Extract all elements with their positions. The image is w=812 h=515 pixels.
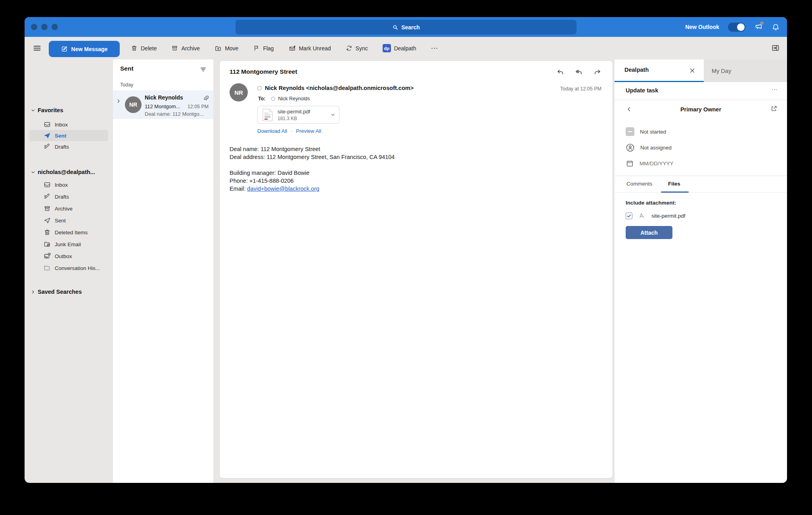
reading-pane-toggle-icon[interactable]	[771, 44, 780, 52]
move-button[interactable]: Move	[214, 45, 238, 52]
sidebar-item-drafts[interactable]: Drafts	[25, 141, 113, 152]
filter-icon[interactable]	[199, 65, 207, 73]
sidebar-item-label: Inbox	[55, 122, 68, 128]
message-preview: Deal name: 112 Montgo...	[145, 111, 209, 117]
sidebar-item-junk[interactable]: Junk Email	[25, 239, 113, 250]
email-address-link[interactable]: david+bowie@blackrock.org	[247, 186, 319, 192]
dealpath-panel: My Day Dealpath Update task ⋯ Primary Ow…	[615, 59, 787, 483]
paperclip-icon	[202, 95, 209, 101]
chevron-down-icon	[31, 170, 36, 175]
inbox-icon	[44, 181, 51, 188]
search-placeholder: Search	[401, 24, 420, 31]
chevron-down-icon[interactable]	[330, 112, 335, 117]
email-from-row[interactable]: Nick Reynolds <nicholas@dealpath.onmicro…	[257, 85, 414, 91]
sidebar-item-label: Inbox	[55, 182, 68, 188]
send-icon	[44, 132, 51, 139]
tab-comments[interactable]: Comments	[626, 181, 652, 187]
close-window-button[interactable]	[31, 24, 37, 30]
titlebar-right-controls: New Outlook	[685, 17, 780, 37]
attachment-file-name: site-permit.pdf	[651, 213, 686, 219]
message-list-item[interactable]: NR Nick Reynolds 112 Montgom... 12:05 PM…	[113, 90, 213, 119]
reply-icon[interactable]	[556, 68, 564, 76]
sidebar-item-inbox[interactable]: Inbox	[25, 179, 113, 190]
archive-button[interactable]: Archive	[171, 45, 200, 52]
saved-searches-header[interactable]: Saved Searches	[25, 286, 113, 297]
sync-button[interactable]: Sync	[346, 45, 368, 52]
folder-icon	[44, 264, 51, 272]
avatar: NR	[125, 96, 142, 113]
toolbar-more-button[interactable]: ⋯	[431, 44, 438, 52]
outlook-window: Search New Outlook New Message	[25, 17, 787, 483]
more-icon: ⋯	[431, 44, 438, 52]
drafts-pencil-icon	[44, 143, 51, 150]
sidebar-item-outbox[interactable]: Outbox	[25, 251, 113, 262]
chevron-right-icon	[31, 289, 36, 295]
sidebar-item-sent[interactable]: Sent	[25, 130, 113, 141]
sidebar-item-archive[interactable]: Archive	[25, 203, 113, 214]
sidebar-item-conversation-history[interactable]: Conversation His...	[25, 262, 113, 274]
task-due-date: MM/DD/YYYY	[640, 161, 674, 167]
forward-icon[interactable]	[594, 68, 601, 76]
delete-label: Delete	[141, 45, 157, 52]
flag-button[interactable]: Flag	[253, 45, 274, 52]
task-due-date-row[interactable]: MM/DD/YYYY	[626, 159, 674, 168]
reply-all-icon[interactable]	[575, 68, 583, 76]
sidebar-item-drafts[interactable]: Drafts	[25, 191, 113, 202]
new-message-label: New Message	[71, 46, 108, 52]
email-subject: 112 Montgomery Street	[230, 68, 297, 75]
hamburger-menu-icon[interactable]	[33, 44, 42, 53]
announcements-icon[interactable]	[754, 23, 763, 31]
comments-files-tabs: Comments Files	[615, 176, 787, 193]
email-label: Email:	[230, 186, 245, 192]
include-attachment-label: Include attachment:	[626, 200, 676, 206]
account-header[interactable]: nicholas@dealpath...	[25, 167, 113, 178]
expand-chevron-icon[interactable]	[116, 98, 121, 104]
open-external-icon[interactable]	[770, 105, 778, 112]
sidebar-item-sent[interactable]: Sent	[25, 215, 113, 226]
close-icon[interactable]	[689, 67, 695, 74]
favorites-header[interactable]: Favorites	[25, 105, 113, 116]
include-file-checkbox[interactable]	[626, 213, 632, 219]
preview-all-link[interactable]: Preview All	[296, 128, 322, 134]
email-body: Deal name: 112 Montgomery Street Deal ad…	[230, 145, 395, 193]
attachment-chip[interactable]: site-permit.pdf 181.3 KB	[257, 106, 339, 124]
sidebar-item-label: Outbox	[55, 253, 72, 259]
pdf-thumbnail-icon	[262, 109, 273, 121]
delete-button[interactable]: Delete	[131, 45, 157, 52]
notifications-bell-icon[interactable]	[772, 23, 780, 31]
sync-label: Sync	[356, 45, 368, 52]
to-recipient[interactable]: Nick Reynolds	[278, 96, 310, 101]
tab-my-day[interactable]: My Day	[704, 59, 787, 82]
tab-files[interactable]: Files	[668, 181, 680, 187]
sidebar-item-inbox[interactable]: Inbox	[25, 119, 113, 130]
panel-more-icon[interactable]: ⋯	[772, 86, 778, 93]
favorites-header-label: Favorites	[38, 107, 63, 113]
task-status-row[interactable]: Not started	[626, 127, 666, 136]
search-input[interactable]: Search	[236, 20, 576, 34]
attachment-file-row: site-permit.pdf	[626, 212, 686, 219]
mark-unread-button[interactable]: Mark Unread	[289, 45, 331, 52]
move-label: Move	[225, 45, 238, 52]
attach-button[interactable]: Attach	[626, 226, 672, 239]
window-controls	[31, 24, 58, 30]
sidebar-item-label: Archive	[55, 206, 73, 212]
dealpath-addin-button[interactable]: dp Dealpath	[383, 44, 416, 52]
body-line: Deal address: 112 Montgomery Street, San…	[230, 153, 395, 161]
message-time: 12:05 PM	[188, 104, 209, 109]
person-circle-icon	[626, 143, 635, 152]
new-message-button[interactable]: New Message	[49, 41, 120, 57]
body-line: Phone: +1-415-888-0206	[230, 177, 395, 185]
minimize-window-button[interactable]	[41, 24, 48, 30]
avatar: NR	[230, 83, 248, 101]
body-line-email: Email: david+bowie@blackrock.org	[230, 185, 395, 193]
archive-label: Archive	[181, 45, 200, 52]
download-all-link[interactable]: Download All	[257, 128, 287, 134]
zoom-window-button[interactable]	[52, 24, 58, 30]
tab-dealpath[interactable]: Dealpath	[615, 59, 704, 82]
task-assignee-row[interactable]: Not assigned	[626, 143, 672, 152]
new-outlook-toggle[interactable]	[728, 23, 745, 32]
folder-sidebar: Favorites Inbox Sent Drafts nicholas@dea…	[25, 59, 113, 483]
sidebar-item-label: Drafts	[55, 194, 69, 200]
reading-pane: 112 Montgomery Street NR Nick Reynolds <…	[219, 60, 613, 479]
sidebar-item-deleted[interactable]: Deleted Items	[25, 227, 113, 238]
